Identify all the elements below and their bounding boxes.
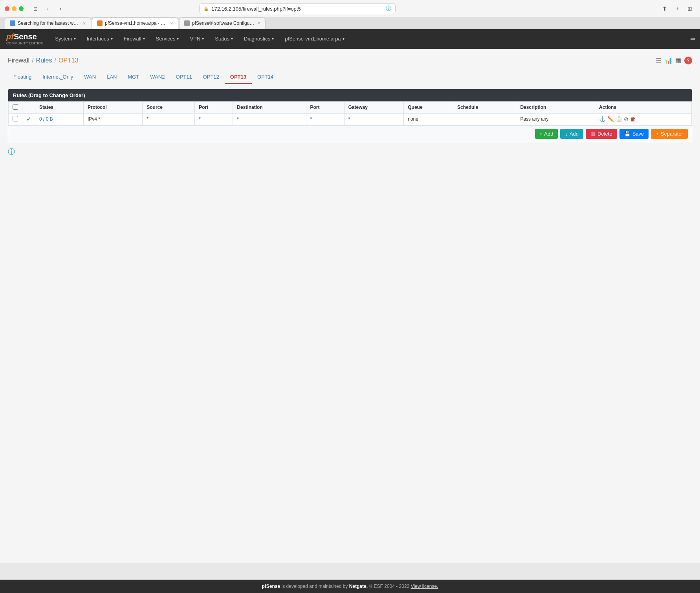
breadcrumb-firewall: Firewall: [8, 57, 29, 64]
add-top-button[interactable]: ↑ Add: [535, 129, 558, 139]
interface-tabs: Floating Internet_Only WAN LAN MGT WAN2 …: [8, 71, 692, 84]
info-circle-icon[interactable]: ⓘ: [8, 147, 692, 156]
system-caret-icon: ▾: [74, 37, 76, 41]
diagnostics-caret-icon: ▾: [272, 37, 274, 41]
save-button[interactable]: 💾 Save: [619, 129, 649, 139]
nav-firewall[interactable]: Firewall ▾: [118, 32, 150, 46]
col-actions-header: Actions: [595, 101, 692, 113]
disable-icon[interactable]: ⊘: [624, 116, 629, 122]
secure-lock-icon: 🔒: [203, 6, 209, 11]
breadcrumb-current: OPT13: [59, 57, 79, 64]
nav-system[interactable]: System ▾: [49, 32, 81, 46]
row-schedule-cell: [453, 113, 516, 125]
new-tab-button[interactable]: +: [672, 3, 683, 14]
interfaces-caret-icon: ▾: [111, 37, 113, 41]
col-dest-port-header: Port: [306, 101, 344, 113]
tab-wan[interactable]: WAN: [79, 71, 101, 84]
nav-status[interactable]: Status ▾: [209, 32, 238, 46]
delete-row-icon[interactable]: 🗑: [630, 116, 636, 122]
tab-opt14[interactable]: OPT14: [252, 71, 279, 84]
tab-internet-only[interactable]: Internet_Only: [37, 71, 79, 84]
add-bottom-button[interactable]: ↓ Add: [560, 129, 583, 139]
filter-icon[interactable]: ☰: [656, 57, 661, 64]
navbar-right: ⇒: [685, 32, 700, 46]
row-states-cell[interactable]: 0 / 0 B: [35, 113, 84, 125]
tab-mgt[interactable]: MGT: [122, 71, 145, 84]
nav-services[interactable]: Services ▾: [150, 32, 185, 46]
tab-lan[interactable]: LAN: [101, 71, 122, 84]
tab3-title: pfSense® software Configuration Recipes …: [192, 20, 255, 26]
tab-opt11[interactable]: OPT11: [170, 71, 197, 84]
col-queue-header: Queue: [404, 101, 453, 113]
minimize-window-dot[interactable]: [12, 6, 16, 11]
help-icon[interactable]: ?: [684, 57, 692, 64]
tab-opt13[interactable]: OPT13: [225, 71, 252, 84]
row-checkbox[interactable]: [13, 116, 18, 121]
breadcrumb-rules-link[interactable]: Rules: [36, 57, 52, 64]
add-bottom-icon: ↓: [565, 131, 568, 137]
tab-floating[interactable]: Floating: [8, 71, 37, 84]
col-source-header: Source: [143, 101, 195, 113]
status-caret-icon: ▾: [231, 37, 233, 41]
navbar-items: System ▾ Interfaces ▾ Firewall ▾ Service…: [49, 32, 685, 46]
rules-table-header: Rules (Drag to Change Order): [8, 89, 692, 101]
forward-button[interactable]: ›: [55, 3, 66, 14]
action-icons-group: ⚓ ✏️ 📋 ⊘ 🗑: [599, 116, 687, 122]
nav-diagnostics[interactable]: Diagnostics ▾: [238, 32, 279, 46]
services-caret-icon: ▾: [177, 37, 179, 41]
tab2-favicon: [97, 20, 103, 26]
col-protocol-header: Protocol: [83, 101, 142, 113]
nav-hostname[interactable]: pfSense-vm1.home.arpa ▾: [279, 32, 350, 46]
separator-button[interactable]: + Separator: [651, 129, 688, 139]
tab-opt12[interactable]: OPT12: [198, 71, 225, 84]
browser-tab-3[interactable]: pfSense® software Configuration Recipes …: [179, 17, 266, 29]
extensions-button[interactable]: ⊞: [684, 3, 695, 14]
col-schedule-header: Schedule: [453, 101, 516, 113]
browser-tab-bar: Searching for the fastest way to isolate…: [0, 17, 700, 29]
separator-btn-icon: +: [656, 131, 659, 137]
col-description-header: Description: [516, 101, 595, 113]
edit-icon[interactable]: ✏️: [607, 116, 614, 122]
copy-icon[interactable]: 📋: [616, 116, 622, 122]
logo-text: pfSense: [6, 32, 43, 41]
chart-icon[interactable]: 📊: [664, 57, 672, 64]
tab2-close-icon[interactable]: ×: [170, 20, 173, 26]
browser-tab-1[interactable]: Searching for the fastest way to isolate…: [5, 17, 91, 29]
info-icon: ⓘ: [386, 5, 391, 12]
nav-interfaces[interactable]: Interfaces ▾: [81, 32, 118, 46]
tab-wan2[interactable]: WAN2: [145, 71, 170, 84]
tab3-favicon: [184, 20, 190, 26]
states-link[interactable]: 0 / 0 B: [39, 116, 53, 122]
tab3-close-icon[interactable]: ×: [257, 20, 260, 26]
logout-icon[interactable]: ⇒: [690, 35, 695, 42]
tab1-close-icon[interactable]: ×: [83, 20, 86, 26]
breadcrumb-toolbar: ☰ 📊 ▦ ?: [656, 57, 692, 64]
window-resize-button[interactable]: ⊡: [30, 3, 41, 14]
row-description-cell: Pass any any: [516, 113, 595, 125]
row-dest-port-cell: *: [306, 113, 344, 125]
close-window-dot[interactable]: [5, 6, 9, 11]
rules-container: Rules (Drag to Change Order) States Prot…: [8, 89, 692, 142]
select-all-checkbox[interactable]: [13, 104, 18, 110]
back-button[interactable]: ‹: [42, 3, 53, 14]
row-checkbox-cell[interactable]: [9, 113, 22, 125]
browser-tab-2[interactable]: pfSense-vm1.home.arpa - Firewall: Rules:…: [92, 17, 178, 29]
breadcrumb: Firewall / Rules / OPT13 ☰ 📊 ▦ ?: [8, 57, 692, 64]
maximize-window-dot[interactable]: [19, 6, 24, 11]
row-destination-cell: *: [233, 113, 306, 125]
browser-navigation: ⊡ ‹ ›: [30, 3, 66, 14]
row-actions-cell: ⚓ ✏️ 📋 ⊘ 🗑: [595, 113, 692, 125]
table-icon[interactable]: ▦: [675, 57, 681, 64]
main-navbar: pfSense COMMUNITY EDITION System ▾ Inter…: [0, 29, 700, 49]
rule-enabled-icon: ✓: [26, 116, 31, 122]
firewall-caret-icon: ▾: [143, 37, 145, 41]
address-bar[interactable]: 🔒 172.16.2.105/firewall_rules.php?if=opt…: [199, 3, 396, 14]
anchor-icon[interactable]: ⚓: [599, 116, 606, 122]
pfsense-logo[interactable]: pfSense COMMUNITY EDITION: [0, 29, 49, 49]
row-source-port-cell: *: [195, 113, 233, 125]
nav-vpn[interactable]: VPN ▾: [184, 32, 209, 46]
delete-button[interactable]: 🗑 Delete: [586, 129, 617, 139]
window-controls: [5, 6, 24, 11]
share-button[interactable]: ⬆: [659, 3, 670, 14]
col-select-all[interactable]: [9, 101, 22, 113]
